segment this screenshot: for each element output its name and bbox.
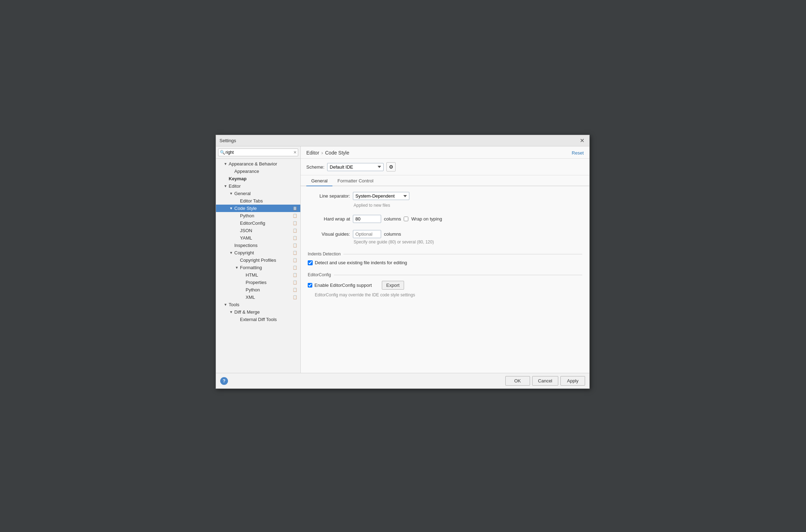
sidebar-item-label: EditorConfig xyxy=(240,220,265,226)
hard-wrap-input[interactable] xyxy=(353,215,381,223)
sidebar-item-copyright[interactable]: ▼ Copyright 📋 xyxy=(216,249,300,256)
editorconfig-divider: EditorConfig xyxy=(308,272,582,277)
editorconfig-section-title: EditorConfig xyxy=(308,272,331,277)
sidebar-item-appearance-behavior[interactable]: ▼ Appearance & Behavior xyxy=(216,160,300,168)
dialog-footer: ? OK Cancel Apply xyxy=(216,373,589,388)
copy-icon: 📋 xyxy=(293,295,297,300)
sidebar-item-editorconfig[interactable]: EditorConfig 📋 xyxy=(216,219,300,227)
dialog-titlebar: Settings ✕ xyxy=(216,135,589,146)
enable-editorconfig-checkbox[interactable] xyxy=(308,283,312,288)
sidebar-tree: ▼ Appearance & Behavior Appearance Keyma… xyxy=(216,159,300,373)
line-separator-select[interactable]: System-Dependent Unix and macOS (\n) Win… xyxy=(353,192,409,200)
hard-wrap-label: Hard wrap at xyxy=(308,216,350,222)
cancel-button[interactable]: Cancel xyxy=(532,376,558,386)
sidebar-item-editor-tabs[interactable]: Editor Tabs xyxy=(216,197,300,205)
editorconfig-note: EditorConfig may override the IDE code s… xyxy=(315,292,582,297)
content-area: Line separator: System-Dependent Unix an… xyxy=(301,186,589,373)
visual-guides-input[interactable] xyxy=(353,230,381,238)
sidebar: 🔍 ✕ ▼ Appearance & Behavior Appearance xyxy=(216,146,301,373)
toggle-icon: ▼ xyxy=(229,310,234,315)
editorconfig-row: Enable EditorConfig support Export xyxy=(308,281,582,290)
sidebar-item-inspections[interactable]: Inspections 📋 xyxy=(216,242,300,249)
copy-icon: 📋 xyxy=(293,250,297,255)
sidebar-item-yaml[interactable]: YAML 📋 xyxy=(216,234,300,242)
sidebar-item-formatting-python[interactable]: Python 📋 xyxy=(216,286,300,294)
reset-button[interactable]: Reset xyxy=(572,150,584,156)
divider-line xyxy=(343,254,582,254)
sidebar-item-label: XML xyxy=(246,295,255,300)
toggle-icon: ▼ xyxy=(223,162,228,167)
toggle-icon xyxy=(240,273,245,278)
detect-indents-label[interactable]: Detect and use existing file indents for… xyxy=(315,260,407,265)
copy-icon: 📋 xyxy=(293,288,297,292)
sidebar-item-xml[interactable]: XML 📋 xyxy=(216,294,300,301)
sidebar-item-copyright-profiles[interactable]: Copyright Profiles 📋 xyxy=(216,256,300,264)
indents-section: Detect and use existing file indents for… xyxy=(308,260,582,265)
sidebar-item-label: Keymap xyxy=(229,176,247,181)
sidebar-item-formatting[interactable]: ▼ Formatting 📋 xyxy=(216,264,300,271)
breadcrumb-separator: › xyxy=(321,150,323,156)
toggle-icon xyxy=(234,258,239,263)
scheme-gear-button[interactable]: ⚙ xyxy=(386,162,396,171)
visual-guides-row: Visual guides: columns xyxy=(308,230,582,238)
apply-button[interactable]: Apply xyxy=(560,376,585,386)
sidebar-item-label: Appearance xyxy=(234,169,259,174)
search-icon: 🔍 xyxy=(220,150,225,155)
sidebar-item-label: HTML xyxy=(246,272,258,278)
scheme-select[interactable]: Default IDE Project xyxy=(327,163,384,171)
sidebar-item-tools[interactable]: ▼ Tools xyxy=(216,301,300,308)
toggle-icon: ▼ xyxy=(223,302,228,307)
toggle-icon: ▼ xyxy=(223,184,228,189)
line-separator-label: Line separator: xyxy=(308,193,350,199)
sidebar-item-label: JSON xyxy=(240,228,252,233)
copy-icon: 📋 xyxy=(293,206,297,211)
breadcrumb: Editor › Code Style xyxy=(306,150,349,156)
toggle-icon xyxy=(240,280,245,285)
copy-icon: 📋 xyxy=(293,213,297,218)
toggle-icon xyxy=(223,176,228,181)
enable-editorconfig-label[interactable]: Enable EditorConfig support xyxy=(314,283,372,288)
copy-icon: 📋 xyxy=(293,228,297,233)
sidebar-item-label: General xyxy=(234,191,251,196)
sidebar-item-label: External Diff Tools xyxy=(240,317,277,322)
scheme-row: Scheme: Default IDE Project ⚙ xyxy=(301,159,589,175)
sidebar-item-label: Properties xyxy=(246,280,266,285)
tab-general[interactable]: General xyxy=(306,175,332,186)
tab-formatter-control[interactable]: Formatter Control xyxy=(332,175,378,186)
indents-detection-title: Indents Detection xyxy=(308,252,341,256)
sidebar-item-label: Inspections xyxy=(234,243,258,248)
search-input[interactable] xyxy=(218,149,298,156)
sidebar-item-code-style[interactable]: ▼ Code Style 📋 xyxy=(216,205,300,212)
main-content: Editor › Code Style Reset Scheme: Defaul… xyxy=(301,146,589,373)
wrap-on-typing-checkbox[interactable] xyxy=(404,217,408,221)
sidebar-item-label: Copyright xyxy=(234,250,254,255)
sidebar-item-external-diff-tools[interactable]: External Diff Tools xyxy=(216,316,300,323)
sidebar-item-html[interactable]: HTML 📋 xyxy=(216,271,300,279)
ok-button[interactable]: OK xyxy=(505,376,530,386)
sidebar-item-diff-merge[interactable]: ▼ Diff & Merge xyxy=(216,308,300,316)
line-separator-section: Line separator: System-Dependent Unix an… xyxy=(308,192,582,208)
sidebar-item-keymap[interactable]: Keymap xyxy=(216,175,300,182)
sidebar-item-label: Copyright Profiles xyxy=(240,258,276,263)
detect-indents-checkbox[interactable] xyxy=(308,260,313,265)
toggle-icon xyxy=(234,228,239,233)
sidebar-item-label: Code Style xyxy=(234,206,257,211)
settings-dialog: Settings ✕ 🔍 ✕ ▼ Appearance & Beh xyxy=(216,135,590,389)
sidebar-item-json[interactable]: JSON 📋 xyxy=(216,227,300,234)
dialog-title: Settings xyxy=(219,138,236,143)
sidebar-item-appearance[interactable]: Appearance xyxy=(216,168,300,175)
indents-detection-divider: Indents Detection xyxy=(308,252,582,256)
search-clear-button[interactable]: ✕ xyxy=(293,150,297,155)
help-button[interactable]: ? xyxy=(220,377,228,385)
close-button[interactable]: ✕ xyxy=(578,137,586,144)
sidebar-item-general[interactable]: ▼ General xyxy=(216,190,300,197)
tabs-row: General Formatter Control xyxy=(301,175,589,186)
search-input-wrap: 🔍 ✕ xyxy=(218,149,298,156)
toggle-icon: ▼ xyxy=(229,191,234,196)
sidebar-item-editor[interactable]: ▼ Editor xyxy=(216,182,300,190)
export-button[interactable]: Export xyxy=(382,281,404,290)
wrap-on-typing-label[interactable]: Wrap on typing xyxy=(411,216,442,222)
sidebar-item-properties[interactable]: Properties 📋 xyxy=(216,279,300,286)
sidebar-item-python[interactable]: Python 📋 xyxy=(216,212,300,219)
sidebar-item-label: Python xyxy=(246,287,260,292)
